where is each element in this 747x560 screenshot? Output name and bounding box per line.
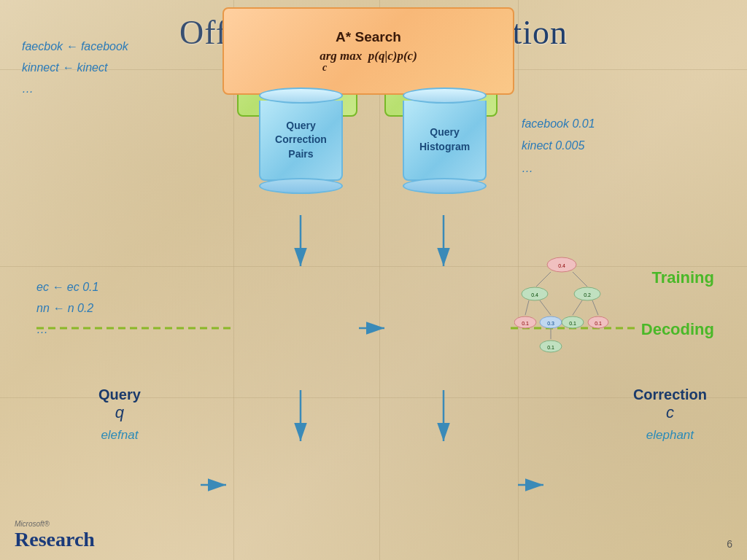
svg-line-14 bbox=[573, 272, 587, 287]
svg-text:0.1: 0.1 bbox=[547, 345, 554, 350]
mid-left-line1: ec ← ec 0.1 bbox=[36, 277, 98, 298]
cylinder-correction-pairs: QueryCorrectionPairs bbox=[259, 88, 343, 194]
top-right-line3: … bbox=[522, 158, 595, 179]
top-left-line1: faecbok ← facebook bbox=[22, 36, 128, 58]
trie-diagram: 0.4 0.4 0.2 0.1 0.3 0.1 0.1 0.1 bbox=[514, 252, 609, 365]
search-formula-sub: c bbox=[322, 62, 327, 74]
top-left-line2: kinnect ← kinect bbox=[22, 58, 128, 79]
svg-point-29 bbox=[588, 316, 608, 328]
svg-text:0.1: 0.1 bbox=[569, 321, 576, 326]
ms-label: Microsoft® bbox=[15, 520, 95, 528]
top-left-text: faecbok ← facebook kinnect ← kinect … bbox=[22, 36, 128, 99]
query-label: Query bbox=[98, 386, 141, 403]
ms-research-logo: Microsoft® Research bbox=[15, 520, 95, 551]
svg-line-13 bbox=[536, 272, 551, 287]
svg-point-11 bbox=[547, 257, 576, 272]
top-right-line2: kinect 0.005 bbox=[522, 135, 595, 157]
training-decoding-labels: Training Decoding bbox=[641, 268, 714, 339]
svg-line-19 bbox=[525, 300, 529, 315]
cylinder1-label: QueryCorrectionPairs bbox=[275, 119, 327, 162]
svg-point-27 bbox=[562, 316, 584, 328]
correction-label: Correction bbox=[633, 386, 707, 403]
search-box-title: A* Search bbox=[336, 29, 401, 45]
slide: Offline Spelling Correction bbox=[0, 0, 747, 560]
query-var: q bbox=[98, 403, 141, 422]
svg-point-25 bbox=[540, 316, 562, 328]
svg-line-21 bbox=[573, 300, 582, 315]
query-section: Query q elefnat bbox=[98, 386, 141, 443]
mid-left-line3: … bbox=[36, 319, 98, 341]
arrows-svg bbox=[0, 69, 747, 560]
svg-text:0.1: 0.1 bbox=[595, 321, 602, 326]
search-formula: arg max p(q|c)p(c) bbox=[320, 49, 417, 63]
svg-line-20 bbox=[540, 300, 551, 315]
cylinder2-label: QueryHistogram bbox=[419, 125, 470, 154]
middle-left-text: ec ← ec 0.1 nn ← n 0.2 … bbox=[36, 277, 98, 340]
top-right-text: facebook 0.01 kinect 0.005 … bbox=[522, 113, 595, 179]
svg-point-32 bbox=[540, 341, 562, 352]
svg-text:0.4: 0.4 bbox=[558, 263, 565, 268]
svg-point-17 bbox=[574, 287, 600, 300]
svg-text:0.3: 0.3 bbox=[547, 321, 554, 326]
svg-text:0.2: 0.2 bbox=[584, 292, 591, 298]
training-label: Training bbox=[641, 268, 714, 287]
svg-point-23 bbox=[514, 316, 536, 328]
correction-example: elephant bbox=[633, 428, 707, 443]
page-number: 6 bbox=[727, 538, 732, 550]
query-example: elefnat bbox=[98, 428, 141, 443]
research-label: Research bbox=[15, 528, 95, 551]
top-right-line1: facebook 0.01 bbox=[522, 113, 595, 135]
cylinder-query-histogram: QueryHistogram bbox=[403, 88, 487, 194]
svg-line-22 bbox=[592, 300, 598, 315]
search-box: A* Search arg max p(q|c)p(c) c bbox=[222, 7, 514, 95]
correction-section: Correction c elephant bbox=[633, 386, 707, 443]
top-left-line3: … bbox=[22, 79, 128, 100]
svg-text:0.4: 0.4 bbox=[531, 292, 538, 298]
mid-left-line2: nn ← n 0.2 bbox=[36, 298, 98, 319]
decoding-label: Decoding bbox=[641, 320, 714, 339]
svg-text:0.1: 0.1 bbox=[522, 321, 529, 326]
svg-point-15 bbox=[522, 287, 548, 300]
correction-var: c bbox=[633, 403, 707, 422]
